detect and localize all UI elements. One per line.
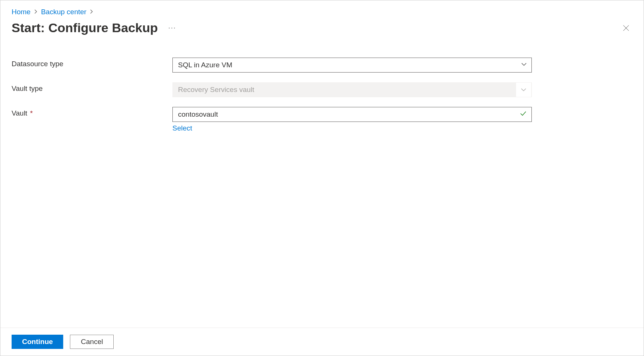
vault-value: contosovault — [178, 110, 218, 119]
page-title-row: Start: Configure Backup ··· — [12, 21, 632, 35]
chevron-down-icon — [516, 83, 531, 97]
vault-label-text: Vault — [12, 109, 27, 117]
checkmark-icon — [519, 110, 527, 119]
page-title: Start: Configure Backup — [12, 21, 158, 35]
datasource-type-row: Datasource type SQL in Azure VM — [12, 58, 532, 73]
datasource-type-label: Datasource type — [12, 58, 172, 68]
required-asterisk: * — [30, 109, 33, 117]
datasource-type-select[interactable]: SQL in Azure VM — [172, 58, 532, 73]
close-button[interactable] — [620, 22, 632, 34]
vault-type-row: Vault type Recovery Services vault — [12, 82, 532, 97]
chevron-right-icon — [89, 9, 94, 15]
breadcrumb-home[interactable]: Home — [12, 8, 31, 16]
vault-row: Vault * contosovault Select — [12, 107, 532, 132]
continue-button[interactable]: Continue — [12, 335, 63, 349]
breadcrumb-backup-center[interactable]: Backup center — [41, 8, 86, 16]
more-actions-icon[interactable]: ··· — [165, 22, 179, 33]
close-icon — [622, 24, 630, 32]
vault-type-value: Recovery Services vault — [178, 86, 254, 94]
cancel-button[interactable]: Cancel — [70, 335, 114, 349]
chevron-right-icon — [34, 9, 38, 15]
breadcrumb: Home Backup center — [12, 8, 632, 16]
vault-select-link[interactable]: Select — [172, 124, 532, 132]
datasource-type-value: SQL in Azure VM — [178, 61, 232, 69]
chevron-down-icon — [521, 61, 527, 69]
vault-type-label: Vault type — [12, 82, 172, 93]
vault-type-select: Recovery Services vault — [172, 82, 532, 97]
footer-bar: Continue Cancel — [0, 328, 644, 356]
vault-label: Vault * — [12, 107, 172, 117]
vault-input[interactable]: contosovault — [172, 107, 532, 122]
